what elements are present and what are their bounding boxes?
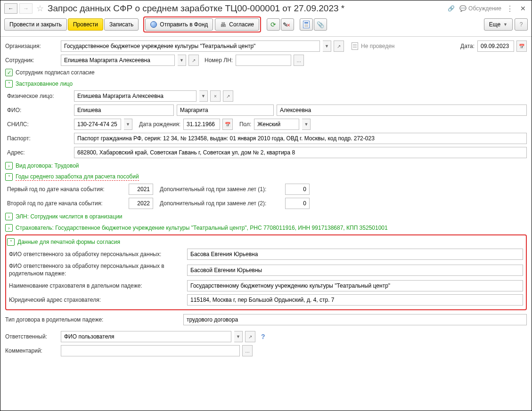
responsible-label: ФИО ответственного за обработку персонал… bbox=[9, 251, 184, 258]
consent-button[interactable]: Согласие bbox=[215, 18, 259, 31]
physface-open[interactable]: ↗ bbox=[223, 90, 233, 102]
contract-type-gen-field[interactable] bbox=[183, 314, 527, 325]
extra-year2-field[interactable] bbox=[285, 198, 310, 209]
extra-year1-label: Дополнительный год при замене лет (1): bbox=[160, 186, 282, 193]
write-button[interactable]: Записать bbox=[104, 18, 139, 31]
more-menu-icon[interactable]: ⋮ bbox=[506, 4, 514, 13]
snils-dropdown[interactable]: ▼ bbox=[124, 119, 132, 130]
post-and-close-button[interactable]: Провести и закрыть bbox=[4, 18, 67, 31]
organization-label: Организация: bbox=[5, 43, 58, 49]
ln-select-button[interactable]: … bbox=[294, 55, 304, 66]
refresh-button[interactable]: ⟳ bbox=[267, 18, 280, 31]
toolbar: Провести и закрыть Провести Записать Отп… bbox=[0, 15, 532, 37]
responsible-field[interactable] bbox=[187, 249, 523, 260]
section-insured-person[interactable]: ˅ Застрахованное лицо bbox=[5, 80, 527, 88]
gender-label: Пол: bbox=[239, 121, 251, 128]
section-consent-data[interactable]: ˅ Данные для печатной формы согласия bbox=[7, 238, 523, 246]
discussion-label: Обсуждение bbox=[468, 5, 501, 12]
header-bar: ← → ☆ Запрос данных СФР о среднем зарабо… bbox=[0, 0, 532, 15]
passport-label: Паспорт: bbox=[7, 135, 71, 142]
year1-field[interactable] bbox=[129, 184, 153, 195]
section-years[interactable]: ˅ Годы среднего заработка для расчета по… bbox=[5, 173, 527, 181]
help-button[interactable]: ? bbox=[515, 18, 528, 31]
date-calendar-button[interactable]: 📅 bbox=[516, 40, 527, 52]
year2-label: Второй год по дате начала события: bbox=[7, 200, 126, 207]
attachment-button[interactable]: 📎 bbox=[314, 18, 327, 31]
chevron-down-icon: ˅ bbox=[7, 238, 15, 246]
patronymic-field[interactable] bbox=[277, 105, 527, 116]
comment-label: Комментарий: bbox=[5, 347, 58, 354]
pencil-x-icon: ✎✕ bbox=[283, 21, 292, 28]
page-title: Запрос данных СФР о среднем заработке ТЦ… bbox=[48, 3, 344, 14]
passport-field[interactable] bbox=[74, 133, 527, 144]
section-insurer[interactable]: › Страхователь: Государственное бюджетно… bbox=[5, 224, 527, 232]
comment-field[interactable] bbox=[61, 345, 240, 356]
lastname-field[interactable] bbox=[74, 105, 174, 116]
physface-field[interactable] bbox=[74, 90, 196, 102]
physface-dropdown[interactable]: ▼ bbox=[199, 90, 208, 102]
responsible-bottom-label: Ответственный: bbox=[5, 333, 58, 340]
responsible-bottom-field[interactable] bbox=[61, 331, 231, 342]
extra-year1-field[interactable] bbox=[285, 184, 310, 195]
print-icon bbox=[220, 22, 226, 28]
favorite-star-icon[interactable]: ☆ bbox=[36, 3, 44, 14]
chevron-down-icon: ˅ bbox=[5, 80, 13, 88]
discussion-link[interactable]: 💬 Обсуждение bbox=[459, 5, 501, 12]
year2-field[interactable] bbox=[129, 198, 153, 209]
insurer-dat-label: Наименование страхователя в дательном па… bbox=[9, 282, 184, 289]
chat-icon: 💬 bbox=[459, 5, 467, 12]
insurer-dat-field[interactable] bbox=[187, 280, 523, 291]
address-label: Адрес: bbox=[7, 149, 71, 156]
responsible-dropdown[interactable]: ▼ bbox=[234, 331, 243, 342]
send-to-fund-button[interactable]: Отправить в Фонд bbox=[145, 18, 213, 31]
link-icon[interactable]: 🔗 bbox=[448, 5, 455, 12]
post-button[interactable]: Провести bbox=[68, 18, 103, 31]
date-field[interactable] bbox=[477, 40, 514, 52]
ln-label: Номер ЛН: bbox=[205, 57, 233, 64]
firstname-field[interactable] bbox=[177, 105, 274, 116]
clip-icon: 📎 bbox=[317, 21, 324, 28]
report-icon bbox=[303, 21, 310, 28]
fio-label: ФИО: bbox=[7, 107, 71, 113]
birth-calendar[interactable]: 📅 bbox=[222, 119, 233, 130]
section-contract-type[interactable]: › Вид договора: Трудовой bbox=[5, 162, 527, 169]
employee-open[interactable]: ↗ bbox=[188, 55, 199, 66]
ln-field[interactable] bbox=[236, 55, 291, 66]
organization-field[interactable] bbox=[61, 40, 320, 52]
nav-forward-button[interactable]: → bbox=[19, 3, 33, 14]
more-button[interactable]: Еще ▼ bbox=[484, 18, 513, 31]
comment-ellipsis[interactable]: … bbox=[242, 345, 253, 356]
responsible-help[interactable]: ? bbox=[261, 333, 265, 340]
document-icon bbox=[352, 42, 358, 50]
organization-open[interactable]: ↗ bbox=[334, 40, 344, 52]
chevron-right-icon: › bbox=[5, 224, 13, 232]
gender-dropdown[interactable]: ▼ bbox=[302, 119, 311, 130]
gender-field[interactable] bbox=[254, 119, 299, 130]
consent-data-highlight: ˅ Данные для печатной формы согласия ФИО… bbox=[5, 234, 527, 310]
edit-cancel-button[interactable]: ✎✕ bbox=[281, 18, 294, 31]
address-field[interactable] bbox=[74, 147, 527, 158]
close-button[interactable]: ✕ bbox=[518, 5, 528, 12]
organization-dropdown[interactable]: ▼ bbox=[323, 40, 331, 52]
physface-clear[interactable]: × bbox=[210, 90, 221, 102]
responsible-gen-label: ФИО ответственного за обработку персонал… bbox=[9, 263, 184, 277]
date-label: Дата: bbox=[460, 43, 475, 49]
extra-year2-label: Дополнительный год при замене лет (2): bbox=[160, 200, 282, 207]
chevron-right-icon: › bbox=[5, 213, 13, 220]
employee-field[interactable] bbox=[61, 55, 175, 66]
report-button[interactable] bbox=[300, 18, 313, 31]
section-eln[interactable]: › ЭЛН: Сотрудник числится в организации bbox=[5, 213, 527, 220]
refresh-icon: ⟳ bbox=[270, 21, 276, 28]
consent-checkbox[interactable]: ✓ bbox=[5, 69, 13, 76]
employee-label: Сотрудник: bbox=[5, 57, 58, 64]
status-not-posted: Не проведен bbox=[352, 42, 394, 50]
birth-label: Дата рождения: bbox=[139, 121, 180, 128]
employee-dropdown[interactable]: ▼ bbox=[178, 55, 186, 66]
chevron-down-icon: ˅ bbox=[5, 173, 13, 181]
responsible-gen-field[interactable] bbox=[187, 265, 523, 276]
snils-field[interactable] bbox=[74, 119, 121, 130]
responsible-open[interactable]: ↗ bbox=[245, 331, 255, 342]
legal-addr-field[interactable] bbox=[187, 294, 523, 306]
birth-field[interactable] bbox=[183, 119, 220, 130]
nav-back-button[interactable]: ← bbox=[4, 3, 17, 14]
